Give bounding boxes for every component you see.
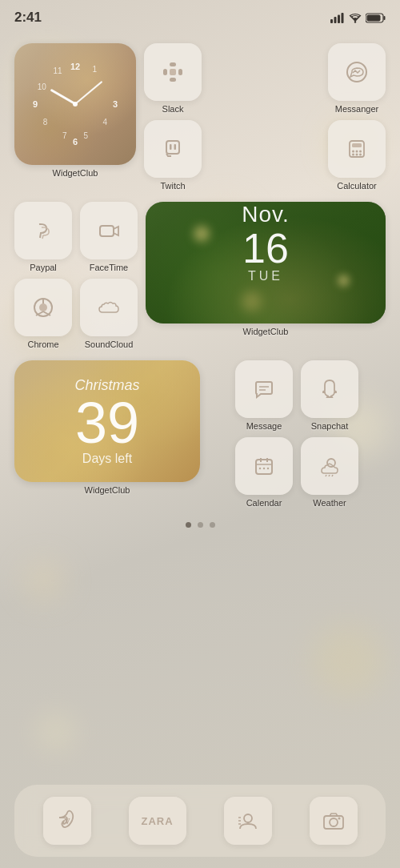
- soundcloud-icon-bg: [80, 279, 138, 336]
- calculator-app[interactable]: Calculator: [328, 120, 386, 191]
- svg-point-39: [267, 468, 269, 469]
- messenger-icon-bg: [328, 43, 386, 101]
- paypal-icon: [29, 216, 58, 245]
- svg-rect-2: [338, 14, 340, 23]
- snapchat-label: Snapchat: [311, 421, 348, 431]
- slack-icon: [158, 58, 187, 86]
- messenger-label: Messanger: [335, 104, 378, 114]
- dot-2: [198, 522, 203, 528]
- calendar-icon-bg: [235, 437, 293, 495]
- contacts-dock-app[interactable]: [224, 797, 272, 845]
- svg-point-24: [359, 154, 362, 156]
- weather-icon-bg: [301, 437, 358, 495]
- weather-icon: [315, 452, 344, 480]
- date-widget[interactable]: Nov. 16 TUE: [146, 202, 386, 323]
- row3-right-bottom: Calendar Weather: [235, 437, 358, 508]
- twitch-app[interactable]: Twitch: [144, 120, 202, 191]
- svg-rect-7: [367, 14, 381, 21]
- vimeo-dock-app[interactable]: v: [43, 797, 91, 845]
- date-widget-label: WidgetClub: [243, 327, 289, 336]
- contacts-icon: [235, 808, 261, 834]
- row2-left: Paypal FaceTime: [14, 202, 138, 349]
- row1-right-bottom: Twitch: [144, 120, 386, 191]
- dot-3: [210, 522, 215, 528]
- svg-line-41: [326, 475, 326, 476]
- clock-widget-container: 12 3 6 9 1 4 5 7 8 10 11: [14, 43, 136, 178]
- facetime-app[interactable]: FaceTime: [80, 202, 138, 272]
- xmas-number: 39: [74, 394, 139, 452]
- slack-label: Slack: [162, 104, 184, 114]
- svg-rect-9: [170, 62, 176, 66]
- svg-point-45: [244, 814, 252, 822]
- contacts-dock-icon-bg: [224, 797, 272, 845]
- svg-point-21: [359, 151, 362, 153]
- weather-label: Weather: [313, 498, 346, 508]
- zara-dock-icon-bg: ZARA: [129, 797, 186, 845]
- status-bar: 2:41: [0, 0, 400, 35]
- camera-dock-icon-bg: [310, 797, 358, 845]
- facetime-icon-bg: [80, 202, 138, 259]
- row-1: 12 3 6 9 1 4 5 7 8 10 11: [14, 43, 386, 191]
- svg-rect-8: [163, 69, 167, 75]
- home-content: 12 3 6 9 1 4 5 7 8 10 11: [0, 35, 400, 796]
- paypal-app[interactable]: Paypal: [14, 202, 72, 272]
- svg-point-37: [259, 468, 261, 469]
- slack-app[interactable]: Slack: [144, 43, 202, 114]
- facetime-icon: [94, 216, 123, 245]
- calculator-label: Calculator: [337, 181, 377, 191]
- svg-point-4: [354, 21, 356, 22]
- message-icon-bg: [235, 360, 293, 418]
- svg-text:v: v: [64, 814, 70, 826]
- svg-rect-18: [352, 143, 362, 147]
- svg-point-27: [39, 303, 47, 311]
- clock-widget[interactable]: 12 3 6 9 1 4 5 7 8 10 11: [14, 43, 136, 165]
- snapchat-icon-bg: [301, 360, 358, 418]
- messenger-app[interactable]: Messanger: [328, 43, 386, 114]
- signal-icon: [330, 13, 345, 23]
- soundcloud-app[interactable]: SoundCloud: [80, 279, 138, 349]
- row-2: Paypal FaceTime: [14, 202, 386, 349]
- twitch-label: Twitch: [160, 181, 185, 191]
- snapchat-app[interactable]: Snapchat: [301, 360, 358, 431]
- paypal-icon-bg: [14, 202, 72, 259]
- status-icons: [330, 13, 386, 23]
- svg-point-50: [330, 818, 338, 826]
- vimeo-icon: v: [54, 808, 80, 834]
- status-time: 2:41: [14, 10, 42, 26]
- zara-dock-app[interactable]: ZARA: [129, 797, 186, 845]
- date-day-num: 16: [146, 227, 386, 269]
- message-icon: [250, 375, 278, 404]
- svg-point-38: [263, 468, 265, 469]
- paypal-label: Paypal: [30, 263, 57, 272]
- svg-line-43: [332, 475, 333, 476]
- svg-rect-33: [256, 460, 272, 474]
- twitch-icon-bg: [144, 120, 202, 178]
- svg-rect-6: [384, 16, 386, 20]
- camera-dock-app[interactable]: [310, 797, 358, 845]
- chrome-label: Chrome: [27, 340, 58, 349]
- clock-widget-label: WidgetClub: [53, 168, 98, 178]
- chrome-app[interactable]: Chrome: [14, 279, 72, 349]
- svg-point-23: [356, 154, 358, 156]
- calendar-app[interactable]: Calendar: [235, 437, 293, 508]
- date-text: Nov. 16 TUE: [146, 202, 386, 283]
- calculator-icon: [342, 135, 371, 163]
- weather-app[interactable]: Weather: [301, 437, 358, 508]
- date-month: Nov.: [146, 202, 386, 227]
- xmas-subtitle: Days left: [74, 452, 139, 466]
- svg-rect-25: [100, 226, 114, 236]
- svg-point-22: [352, 154, 354, 156]
- slack-icon-bg: [144, 43, 202, 101]
- battery-icon: [366, 13, 386, 23]
- svg-point-40: [327, 459, 335, 467]
- camera-icon: [321, 808, 346, 834]
- svg-point-51: [338, 818, 340, 820]
- xmas-widget[interactable]: Christmas 39 Days left: [14, 360, 200, 482]
- svg-rect-3: [342, 13, 344, 23]
- dock: v ZARA: [14, 785, 386, 857]
- facetime-label: FaceTime: [90, 263, 129, 272]
- message-app[interactable]: Message: [235, 360, 293, 431]
- row1-right-top: Slack Messanger: [144, 43, 386, 114]
- calendar-icon: [250, 452, 278, 480]
- zara-text: ZARA: [141, 815, 173, 827]
